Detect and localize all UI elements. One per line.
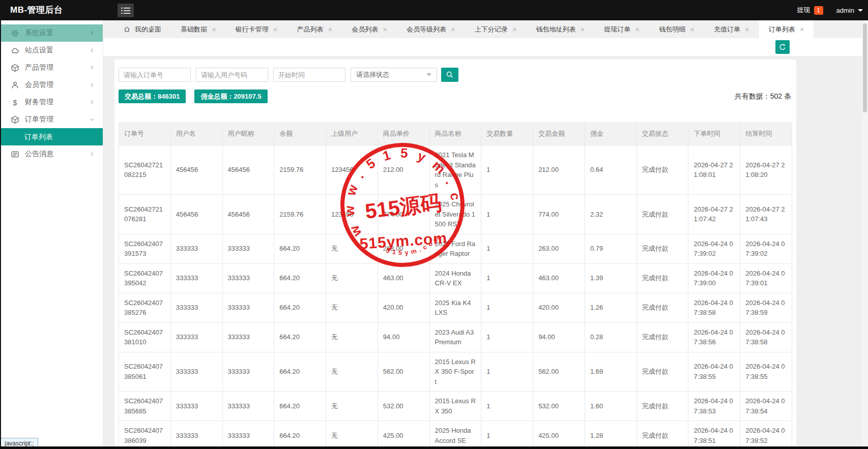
close-icon[interactable]: × (383, 25, 387, 33)
cell-unit-price: 212.00 (378, 145, 429, 195)
order-number-input[interactable] (119, 68, 191, 82)
cell-balance: 664.20 (274, 234, 326, 263)
status-select[interactable]: 请选择状态 (351, 68, 437, 82)
table-row: SC26042407395042 333333 333333 664.20 无 … (119, 263, 792, 293)
column-header: 余额 (274, 123, 326, 145)
cell-order-time: 2026-04-24 07:39:00 (688, 263, 740, 293)
cell-order-number: SC26042407395042 (119, 263, 171, 293)
cell-status: 完成付款 (636, 421, 688, 447)
cell-status: 完成付款 (636, 234, 688, 263)
cloud-icon (11, 46, 19, 55)
cell-order-time: 2026-04-27 21:08:01 (688, 145, 740, 195)
tab-label: 会员列表 (352, 25, 378, 34)
close-icon[interactable]: × (690, 25, 695, 33)
window-bottom-edge (0, 446, 868, 449)
tab[interactable]: 提现订单 × (594, 20, 649, 38)
chevron-left-icon (89, 99, 95, 105)
tab-label: 订单列表 (769, 25, 795, 34)
cell-product-name: 2025 Kia K4 LXS (429, 293, 481, 322)
tab-label: 我的桌面 (135, 25, 161, 34)
sidebar-subitem-order-list[interactable]: 订单列表 (0, 128, 103, 145)
sidebar-toggle-button[interactable] (118, 4, 134, 17)
close-icon[interactable]: × (512, 25, 517, 33)
sidebar-item-label: 公告消息 (25, 149, 53, 159)
close-icon[interactable]: × (328, 25, 333, 33)
table-row: SC26042407385061 333333 333333 664.20 无 … (119, 352, 792, 392)
cell-balance: 2159.76 (274, 195, 326, 234)
cell-username: 333333 (170, 293, 222, 322)
cell-quantity: 1 (481, 263, 533, 293)
cell-balance: 664.20 (274, 293, 326, 322)
tab[interactable]: 产品列表 × (287, 20, 342, 38)
chevron-left-icon (89, 151, 95, 157)
tab-label: 充值订单 (714, 25, 740, 34)
refresh-icon (778, 43, 787, 51)
tab[interactable]: 订单列表 × (759, 20, 814, 38)
cell-product-name: 2025 Ford Ranger Raptor (429, 234, 481, 263)
tab[interactable]: 钱包明细 × (649, 20, 704, 38)
cell-nickname: 333333 (222, 392, 274, 421)
table-row: SC26042721076281 456456 456456 2159.76 1… (119, 195, 792, 234)
close-icon[interactable]: × (581, 25, 585, 33)
cell-settle-time: 2026-04-24 07:38:58 (740, 322, 792, 352)
cell-nickname: 456456 (222, 195, 274, 234)
tab-home[interactable]: 我的桌面 (113, 20, 171, 38)
trade-total-badge: 交易总额：846301 (119, 89, 186, 103)
cell-order-time: 2026-04-24 07:38:51 (688, 421, 740, 447)
sidebar-item-system-settings[interactable]: 系统设置 (0, 24, 103, 42)
topbar-right: 提现 1 admin (797, 0, 863, 20)
sidebar-item-member-management[interactable]: 会员管理 (0, 76, 103, 94)
column-header: 交易金额 (533, 123, 585, 145)
cell-settle-time: 2026-04-24 07:38:54 (740, 392, 792, 421)
cell-order-number: SC26042407381010 (119, 322, 171, 352)
cell-settle-time: 2026-04-24 07:38:52 (740, 421, 792, 447)
cell-balance: 664.20 (274, 263, 326, 293)
tab[interactable]: 基础数据 × (171, 20, 226, 38)
chevron-left-icon (89, 47, 95, 53)
scrollbar-thumb[interactable] (863, 23, 867, 112)
sidebar-item-announcements[interactable]: 公告消息 (0, 145, 103, 163)
sidebar-item-order-management[interactable]: 订单管理 (0, 111, 103, 128)
tab[interactable]: 充值订单 × (704, 20, 759, 38)
user-menu[interactable]: admin (836, 7, 854, 14)
cell-commission: 1.39 (585, 263, 636, 293)
tab[interactable]: 上下分记录 × (465, 20, 527, 38)
cell-unit-price: 774.00 (378, 195, 429, 234)
cell-commission: 2.32 (585, 195, 636, 234)
refresh-button[interactable] (775, 40, 790, 54)
cell-commission: 1.60 (585, 392, 636, 421)
column-header: 交易数量 (481, 123, 533, 145)
sidebar-item-finance-management[interactable]: $ 财务管理 (0, 94, 103, 111)
table-row: SC26042721082215 456456 456456 2159.76 1… (119, 145, 792, 195)
cell-nickname: 456456 (222, 145, 274, 195)
sidebar-item-site-settings[interactable]: 站点设置 (0, 42, 103, 59)
cell-balance: 664.20 (274, 322, 326, 352)
cell-parent-user: 无 (326, 293, 378, 322)
vertical-scrollbar[interactable] (862, 20, 868, 446)
top-bar: MB-管理后台 提现 1 admin (0, 0, 868, 20)
tab[interactable]: 会员等级列表 × (397, 20, 465, 38)
svg-text:$: $ (13, 98, 17, 106)
close-icon[interactable]: × (451, 25, 455, 33)
close-icon[interactable]: × (800, 25, 804, 33)
table-row: SC26042407391573 333333 333333 664.20 无 … (119, 234, 792, 263)
tab-label: 钱包地址列表 (536, 25, 576, 34)
search-button[interactable] (441, 68, 458, 82)
close-icon[interactable]: × (745, 25, 749, 33)
withdraw-link[interactable]: 提现 (797, 6, 811, 15)
tab[interactable]: 会员列表 × (342, 20, 397, 38)
sidebar-item-product-management[interactable]: 产品管理 (0, 59, 103, 76)
cell-username: 333333 (170, 234, 222, 263)
cell-username: 456456 (170, 145, 222, 195)
close-icon[interactable]: × (273, 25, 278, 33)
cell-status: 完成付款 (636, 352, 688, 392)
chevron-down-icon (426, 73, 431, 76)
start-time-input[interactable] (273, 68, 345, 82)
cell-amount: 263.00 (533, 234, 585, 263)
user-number-input[interactable] (196, 68, 268, 82)
tab[interactable]: 银行卡管理 × (226, 20, 287, 38)
close-icon[interactable]: × (635, 25, 640, 33)
cell-parent-user: 无 (326, 392, 378, 421)
tab[interactable]: 钱包地址列表 × (527, 20, 595, 38)
close-icon[interactable]: × (212, 25, 216, 33)
